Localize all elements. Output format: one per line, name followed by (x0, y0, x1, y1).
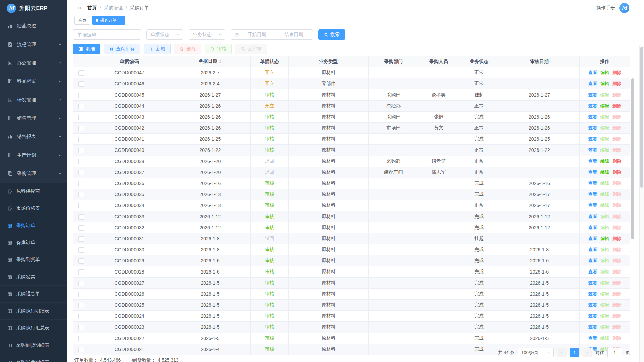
row-checkbox[interactable] (78, 325, 84, 330)
sidebar-item-material-archive[interactable]: 料品档案 (0, 72, 67, 90)
view-link[interactable]: 查看 (588, 147, 597, 153)
view-link[interactable]: 查看 (588, 247, 597, 252)
view-link[interactable]: 查看 (588, 103, 597, 108)
goto-page-input[interactable] (607, 348, 622, 357)
delete-link[interactable]: 删除 (612, 225, 621, 230)
edit-link[interactable]: 编辑 (600, 103, 609, 108)
edit-link[interactable]: 编辑 (600, 192, 609, 197)
sidebar-item-purchase-mgmt[interactable]: 采购管理 (0, 164, 67, 183)
edit-link[interactable]: 编辑 (600, 203, 609, 208)
edit-link[interactable]: 编辑 (600, 125, 609, 130)
tab-home[interactable]: 首页 (74, 16, 90, 25)
sidebar-item-purchase-orders[interactable]: 采购订单 (0, 217, 67, 234)
delete-link[interactable]: 删除 (612, 324, 621, 329)
view-link[interactable]: 查看 (588, 225, 597, 230)
row-checkbox[interactable] (78, 258, 84, 264)
delete-link[interactable]: 删除 (612, 147, 621, 153)
prev-page-button[interactable] (557, 348, 567, 357)
edit-link[interactable]: 编辑 (600, 269, 609, 274)
audit-button[interactable]: 审核 (205, 44, 232, 54)
sidebar-item-purchase-arrivals[interactable]: 采购到货单 (0, 251, 67, 268)
delete-link[interactable]: 删除 (612, 125, 621, 130)
avatar[interactable]: M (619, 3, 629, 13)
manual-link[interactable]: 操作手册 (596, 5, 615, 11)
chevron-down-icon[interactable] (633, 6, 637, 10)
query-all-button[interactable]: 查询所有 (104, 44, 140, 54)
delete-link[interactable]: 删除 (612, 103, 621, 108)
sidebar-item-process-mgmt[interactable]: 流程管理 (0, 35, 67, 54)
edit-link[interactable]: 编辑 (600, 159, 609, 164)
next-page-button[interactable] (583, 348, 592, 357)
row-checkbox[interactable] (78, 115, 84, 120)
row-checkbox[interactable] (78, 292, 84, 297)
row-checkbox[interactable] (78, 192, 84, 197)
view-link[interactable]: 查看 (588, 236, 597, 241)
view-link[interactable]: 查看 (588, 192, 597, 197)
row-checkbox[interactable] (78, 70, 84, 76)
sidebar-item-purchase-invoices[interactable]: 采购发票 (0, 268, 67, 285)
delete-link[interactable]: 删除 (612, 280, 621, 285)
delete-link[interactable]: 删除 (612, 336, 621, 341)
edit-link[interactable]: 编辑 (600, 236, 609, 241)
row-checkbox[interactable] (78, 247, 84, 253)
view-link[interactable]: 查看 (588, 170, 597, 175)
view-link[interactable]: 查看 (588, 336, 597, 341)
row-checkbox[interactable] (78, 347, 84, 352)
sidebar-item-office-mgmt[interactable]: 办公管理 (0, 54, 67, 72)
page-scrollbar-thumb[interactable] (640, 47, 643, 188)
edit-link[interactable]: 编辑 (600, 181, 609, 186)
view-link[interactable]: 查看 (588, 258, 597, 263)
sidebar-item-stock-orders[interactable]: 备库订单 (0, 234, 67, 251)
delete-link[interactable]: 删除 (612, 236, 621, 241)
view-link[interactable]: 查看 (588, 291, 597, 296)
row-checkbox[interactable] (78, 170, 84, 175)
row-checkbox[interactable] (78, 126, 84, 131)
view-link[interactable]: 查看 (588, 81, 597, 86)
view-link[interactable]: 查看 (588, 203, 597, 208)
page-number-button[interactable]: 1 (570, 348, 579, 357)
row-checkbox[interactable] (78, 303, 84, 308)
edit-link[interactable]: 编辑 (600, 92, 609, 97)
sidebar-item-sales-report[interactable]: 销售报表 (0, 127, 67, 146)
tab-purchase-orders[interactable]: 采购订单 (92, 16, 125, 25)
view-link[interactable]: 查看 (588, 214, 597, 219)
delete-link[interactable]: 删除 (612, 258, 621, 263)
view-link[interactable]: 查看 (588, 70, 597, 75)
row-checkbox[interactable] (78, 314, 84, 319)
row-checkbox[interactable] (78, 81, 84, 87)
sidebar-item-purchase-arrival-detail[interactable]: 采购到货明细表 (0, 337, 67, 354)
view-link[interactable]: 查看 (588, 313, 597, 318)
edit-link[interactable]: 编辑 (600, 280, 609, 285)
row-checkbox[interactable] (78, 104, 84, 109)
edit-link[interactable]: 编辑 (600, 170, 609, 175)
sidebar-item-purchase-exec-detail[interactable]: 采购执行明细表 (0, 302, 67, 319)
table-scrollbar-thumb[interactable] (631, 78, 634, 239)
edit-link[interactable]: 编辑 (600, 225, 609, 230)
delete-link[interactable]: 删除 (612, 313, 621, 318)
view-link[interactable]: 查看 (588, 269, 597, 274)
view-link[interactable]: 查看 (588, 136, 597, 141)
delete-link[interactable]: 删除 (612, 81, 621, 86)
detail-button[interactable]: 明细 (73, 44, 100, 54)
edit-link[interactable]: 编辑 (600, 81, 609, 86)
breadcrumb-item[interactable]: 首页 (87, 5, 97, 11)
sort-icon[interactable] (219, 59, 222, 65)
edit-link[interactable]: 编辑 (600, 291, 609, 296)
edit-link[interactable]: 编辑 (600, 247, 609, 252)
delete-link[interactable]: 删除 (612, 136, 621, 141)
doc-status-select[interactable]: 单据状态 (146, 29, 183, 40)
sidebar-item-purchase-invoice-detail[interactable]: 采购发票明细表 (0, 354, 67, 362)
sidebar-item-purchase-exec-summary[interactable]: 采购执行汇总表 (0, 319, 67, 337)
view-link[interactable]: 查看 (588, 324, 597, 329)
edit-link[interactable]: 编辑 (600, 336, 609, 341)
sidebar-item-sales-mgmt[interactable]: 销售管理 (0, 109, 67, 127)
row-checkbox[interactable] (78, 137, 84, 142)
delete-link[interactable]: 删除 (612, 170, 621, 175)
delete-link[interactable]: 删除 (612, 114, 621, 119)
page-size-select[interactable]: 100条/页 (518, 348, 554, 357)
edit-link[interactable]: 编辑 (600, 214, 609, 219)
edit-link[interactable]: 编辑 (600, 147, 609, 153)
sidebar-item-production-plan[interactable]: 生产计划 (0, 146, 67, 164)
page-scrollbar[interactable] (639, 46, 644, 362)
delete-link[interactable]: 删除 (612, 92, 621, 97)
